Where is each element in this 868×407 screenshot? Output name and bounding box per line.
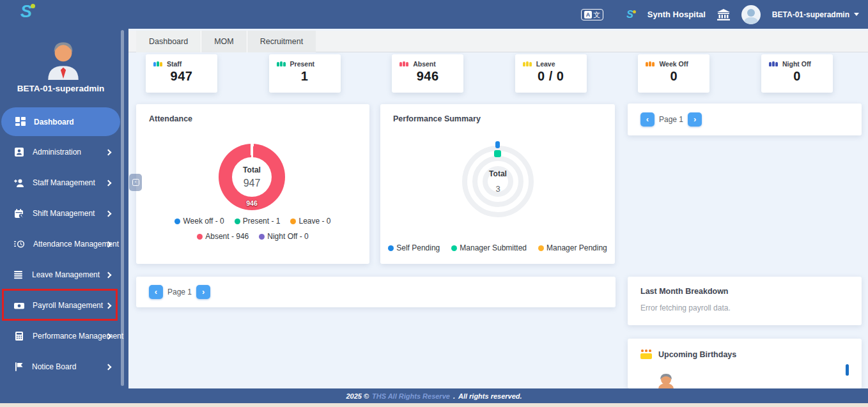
stat-label: Present [290, 60, 315, 68]
rings-center-label: Total [489, 169, 507, 178]
legend-item[interactable]: Week off - 0 [174, 217, 224, 226]
people-icon [646, 61, 655, 66]
stat-label: Leave [536, 60, 555, 68]
sidebar-item-performance-management[interactable]: Performance Management [0, 321, 128, 351]
legend-dot-icon [451, 245, 457, 251]
sidebar-item-shift-management[interactable]: Shift Management [0, 198, 128, 229]
stat-label: Week Off [659, 60, 688, 68]
page-label: Page 1 [659, 115, 683, 124]
sidebar-collapse-toggle[interactable]: ‹ [129, 174, 142, 191]
chevron-right-icon [105, 302, 112, 309]
last-month-title: Last Month Breakdown [640, 287, 729, 296]
dashboard-grid-icon [15, 117, 26, 127]
sidebar-item-staff-management[interactable]: Staff Management [0, 167, 128, 198]
tab-dashboard[interactable]: Dashboard [136, 31, 201, 52]
legend-item[interactable]: Manager Submitted [451, 243, 527, 252]
user-menu[interactable]: BETA-01-superadmin [772, 10, 859, 19]
upcoming-birthdays-card: Upcoming Birthdays [628, 339, 862, 388]
sidebar-item-notice-board[interactable]: Notice Board [0, 351, 128, 382]
birthdays-title: Upcoming Birthdays [658, 350, 736, 359]
page-next-button[interactable]: › [688, 112, 702, 127]
page-prev-button[interactable]: ‹ [640, 112, 655, 127]
stat-label: Absent [413, 60, 436, 68]
user-menu-name: BETA-01-superadmin [772, 10, 849, 19]
sidebar-item-administration[interactable]: Administration [0, 137, 128, 167]
performance-summary-card: Performance Summary Total 3 Self Pending… [380, 104, 615, 264]
hrms-dashboard-page: S A 文 S Synth Hospital BETA-01-superadmi… [0, 0, 868, 407]
payroll-error-message: Error fetching payroll data. [640, 303, 731, 312]
legend-dot-icon [235, 219, 240, 224]
translate-wen-glyph: 文 [593, 11, 600, 19]
top-navbar: S A 文 S Synth Hospital BETA-01-superadmi… [0, 0, 868, 29]
sidebar-menu: Dashboard Administration Staff Managemen… [0, 106, 128, 382]
tab-recruitment[interactable]: Recruitment [247, 31, 316, 52]
stat-card-staff: Staff 947 [146, 54, 217, 93]
footer-year: 2025 © [346, 392, 369, 400]
sidebar-user-avatar [43, 38, 83, 80]
legend-item[interactable]: Leave - 0 [290, 217, 330, 226]
stat-card-absent: Absent 946 [392, 54, 463, 93]
performance-legend-row: Self Pending Manager Submitted Manager P… [380, 243, 615, 252]
pager: ‹ Page 1 › [640, 112, 702, 127]
donut-center-label: Total [243, 165, 261, 174]
footer-separator: . [453, 392, 455, 400]
donut-slice-label: 946 [219, 199, 285, 207]
attendance-donut-chart: Total 947 946 [219, 144, 285, 210]
legend-item[interactable]: Absent - 946 [197, 232, 249, 241]
tab-mom[interactable]: MOM [201, 31, 247, 52]
id-card-icon [14, 147, 24, 157]
stat-label: Staff [167, 60, 182, 68]
legend-item[interactable]: Night Off - 0 [259, 232, 308, 241]
stat-card-present: Present 1 [269, 54, 341, 93]
hospital-brand-logo: S [626, 9, 636, 20]
stat-value: 946 [392, 69, 463, 84]
page-next-button[interactable]: › [196, 285, 210, 299]
flag-icon [14, 362, 24, 372]
bank-icon[interactable] [717, 9, 730, 20]
right-pager-card: ‹ Page 1 › [628, 104, 862, 135]
chevron-right-icon [105, 364, 112, 370]
page-prev-button[interactable]: ‹ [149, 285, 163, 299]
sidebar-item-leave-management[interactable]: Leave Management [0, 259, 128, 290]
footer-rights: All rights reserved. [458, 392, 522, 400]
chevron-right-icon [105, 272, 112, 278]
sidebar-item-payroll-management[interactable]: Payroll Management [0, 290, 128, 321]
legend-item[interactable]: Self Pending [388, 243, 440, 252]
sidebar-item-label: Leave Management [32, 270, 100, 279]
page-label: Page 1 [167, 288, 192, 296]
hospital-name: Synth Hospital [647, 10, 706, 19]
sidebar: BETA-01-superadmin Dashboard Administrat… [0, 29, 128, 388]
legend-item[interactable]: Present - 1 [235, 217, 281, 226]
brand-logo-dot-icon [31, 4, 35, 8]
chevron-right-icon [105, 149, 112, 155]
sidebar-item-label: Shift Management [33, 209, 95, 218]
last-month-breakdown-card: Last Month Breakdown Error fetching payr… [628, 277, 862, 325]
people-icon [523, 61, 532, 66]
legend-dot-icon [174, 219, 180, 224]
people-icon [277, 61, 286, 66]
bottom-pager-card: ‹ Page 1 › [136, 277, 616, 307]
sidebar-item-dashboard[interactable]: Dashboard [1, 107, 120, 136]
stat-card-row: Staff 947 Present 1 Absent 946 Leave 0 /… [146, 54, 833, 93]
performance-title: Performance Summary [393, 114, 481, 123]
footer-link[interactable]: THS All Rights Reserve [372, 392, 450, 400]
attendance-legend-row1: Week off - 0 Present - 1 Leave - 0 [136, 217, 369, 226]
collapse-left-icon: ‹ [132, 179, 139, 186]
sidebar-item-label: Payroll Management [33, 301, 103, 310]
birthday-person-avatar [657, 373, 675, 388]
legend-dot-icon [388, 245, 394, 251]
translate-icon[interactable]: A 文 [581, 9, 604, 20]
sidebar-item-attendance-management[interactable]: Attendance Management [0, 229, 128, 259]
user-plus-icon [14, 178, 24, 188]
sidebar-user-name: BETA-01-superadmin [0, 84, 121, 93]
tab-bar: Dashboard MOM Recruitment [128, 31, 868, 52]
calendar-clock-icon [14, 209, 24, 219]
navbar-right-cluster: A 文 S Synth Hospital BETA-01-superadmin [581, 0, 859, 29]
user-avatar[interactable] [741, 5, 761, 24]
stat-value: 0 / 0 [515, 69, 587, 84]
stat-label: Night Off [782, 60, 811, 68]
legend-item[interactable]: Manager Pending [538, 243, 607, 252]
birthdays-scrollbar[interactable] [846, 364, 849, 376]
translate-a-glyph: A [584, 11, 593, 19]
hospital-brand-dot-icon [633, 10, 636, 13]
